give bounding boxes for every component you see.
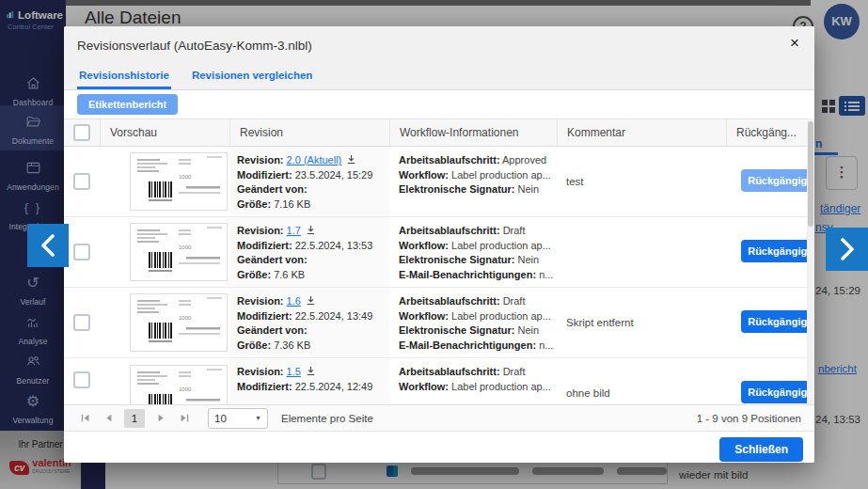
- field-value: 22.5.2024, 12:49: [295, 381, 373, 392]
- label-preview-thumbnail[interactable]: 1000: [130, 152, 228, 211]
- workflow-info-cell: Arbeitsablaufschritt: Draft Workflow: La…: [389, 217, 557, 287]
- field-value: Draft: [503, 225, 526, 236]
- svg-text:1000: 1000: [179, 315, 192, 321]
- field-label: Arbeitsablaufschritt:: [399, 366, 500, 377]
- field-label: Elektronische Signatur:: [399, 183, 514, 195]
- field-value: 22.5.2024, 13:53: [295, 240, 373, 251]
- field-label: Modifiziert:: [237, 310, 292, 322]
- revision-link[interactable]: 1.7: [287, 225, 301, 236]
- page-size-value: 10: [214, 413, 227, 424]
- pagination-bar: 1 10 ▼ Elemente pro Seite 1 - 9 von 9 Po…: [64, 404, 814, 431]
- revision-history-dialog: Revisionsverlauf (AutoEasy-Komm-3.nlbl) …: [64, 26, 814, 463]
- field-value: Label production ap...: [451, 240, 551, 251]
- download-icon[interactable]: [306, 295, 316, 306]
- field-label: Geändert von:: [237, 324, 308, 336]
- comment-cell: test: [557, 147, 726, 216]
- field-label: Revision:: [237, 225, 284, 236]
- field-label: Revision:: [237, 154, 284, 166]
- row-checkbox[interactable]: [73, 173, 90, 190]
- field-value: n...: [539, 339, 553, 351]
- revision-info-cell: Revision: 2.0 (Aktuell) Modifiziert: 23.…: [229, 147, 389, 216]
- column-header-workflow: Workflow-Informationen: [389, 119, 557, 146]
- range-label: 1 - 9 von 9 Positionen: [697, 413, 801, 424]
- table-row: 1000 Revision: 1.7 Modifiziert: 22.5: [64, 217, 814, 288]
- field-value: Nein: [518, 183, 540, 195]
- undo-revision-button[interactable]: Rückgängig machen: [741, 381, 814, 403]
- field-label: Workflow:: [399, 381, 449, 392]
- revision-link[interactable]: 1.6: [287, 295, 301, 307]
- revision-link[interactable]: 2.0 (Aktuell): [287, 154, 342, 166]
- chevron-right-icon: [838, 236, 857, 262]
- row-checkbox[interactable]: [73, 371, 90, 388]
- row-checkbox[interactable]: [73, 244, 90, 260]
- current-page-button[interactable]: 1: [124, 409, 145, 428]
- field-value: Approved: [502, 154, 546, 166]
- table-row: 1000 Revision: 2.0 (Aktuell) Modifiziert…: [64, 147, 814, 217]
- workflow-info-cell: Arbeitsablaufschritt: Draft Workflow: La…: [389, 288, 557, 357]
- column-header-vorschau: Vorschau: [100, 119, 229, 146]
- revision-link[interactable]: 1.5: [287, 366, 301, 377]
- label-preview-thumbnail[interactable]: 1000: [130, 365, 228, 404]
- field-value: Label production ap...: [451, 169, 551, 181]
- field-label: Modifiziert:: [237, 240, 292, 251]
- dialog-toolbar: Etikettenbericht: [64, 90, 814, 118]
- dialog-tabs: Revisionshistorie Revisionen vergleichen: [64, 64, 814, 90]
- close-dialog-button[interactable]: Schließen: [719, 437, 803, 462]
- comment-text: Skript entfernt: [566, 317, 634, 328]
- field-label: Modifiziert:: [237, 169, 292, 181]
- svg-text:1000: 1000: [179, 244, 192, 250]
- field-label: Revision:: [237, 366, 284, 377]
- download-icon[interactable]: [306, 366, 316, 376]
- comment-text: ohne bild: [566, 387, 610, 399]
- page-size-select[interactable]: 10 ▼: [208, 408, 268, 429]
- field-value: Draft: [503, 366, 526, 377]
- previous-page-icon[interactable]: [101, 411, 116, 426]
- chevron-down-icon: ▼: [255, 415, 261, 421]
- field-label: E-Mail-Benachrichtigungen:: [399, 269, 536, 280]
- field-value: Label production ap...: [451, 310, 551, 322]
- field-label: Workflow:: [399, 240, 449, 251]
- select-all-cell: [64, 119, 100, 146]
- next-page-icon[interactable]: [153, 411, 168, 426]
- download-icon[interactable]: [306, 225, 316, 235]
- label-report-button[interactable]: Etikettenbericht: [77, 94, 178, 115]
- field-label: Modifiziert:: [237, 381, 292, 392]
- revision-info-cell: Revision: 1.6 Modifiziert: 22.5.2024, 13…: [229, 288, 389, 357]
- tab-revisionshistorie[interactable]: Revisionshistorie: [77, 64, 171, 89]
- field-value: 7.6 KB: [274, 269, 305, 280]
- field-value: Nein: [518, 324, 540, 336]
- first-page-icon[interactable]: [77, 411, 92, 426]
- field-label: Revision:: [237, 295, 284, 307]
- undo-revision-button[interactable]: Rückgängig machen: [741, 169, 814, 192]
- tab-revisionen-vergleichen[interactable]: Revisionen vergleichen: [190, 64, 314, 89]
- table-body: 1000 Revision: 2.0 (Aktuell) Modifiziert…: [64, 147, 814, 404]
- row-checkbox[interactable]: [73, 314, 90, 331]
- field-label: Geändert von:: [237, 183, 308, 195]
- label-preview-thumbnail[interactable]: 1000: [130, 223, 228, 281]
- download-icon[interactable]: [346, 154, 356, 165]
- last-page-icon[interactable]: [177, 411, 192, 426]
- undo-revision-button[interactable]: Rückgängig machen: [741, 310, 814, 333]
- field-value: n...: [539, 269, 553, 280]
- chevron-left-icon: [39, 232, 57, 259]
- column-header-revision: Revision: [229, 119, 389, 146]
- svg-text:1000: 1000: [179, 174, 192, 180]
- undo-revision-button[interactable]: Rückgängig machen: [741, 240, 814, 262]
- select-all-checkbox[interactable]: [73, 124, 90, 141]
- field-value: Draft: [503, 295, 526, 307]
- field-value: Nein: [518, 254, 540, 265]
- workflow-info-cell: Arbeitsablaufschritt: Approved Workflow:…: [389, 147, 557, 216]
- scrollbar-thumb[interactable]: [808, 121, 813, 227]
- label-preview-thumbnail[interactable]: 1000: [130, 293, 228, 352]
- field-label: Workflow:: [399, 310, 449, 322]
- column-header-kommentar: Kommentar: [557, 119, 726, 146]
- field-label: Arbeitsablaufschritt:: [399, 225, 500, 236]
- next-file-button[interactable]: [826, 228, 868, 271]
- dialog-header: Revisionsverlauf (AutoEasy-Komm-3.nlbl) …: [64, 26, 814, 64]
- field-label: Workflow:: [399, 169, 449, 181]
- screen: Alle Dateien ? KW n ⋮ tändiger nsv 24, 1…: [0, 0, 868, 489]
- field-value: 23.5.2024, 15:29: [295, 169, 373, 181]
- previous-file-button[interactable]: [27, 224, 69, 267]
- table-scrollbar[interactable]: [807, 118, 814, 404]
- close-icon[interactable]: ×: [790, 34, 799, 53]
